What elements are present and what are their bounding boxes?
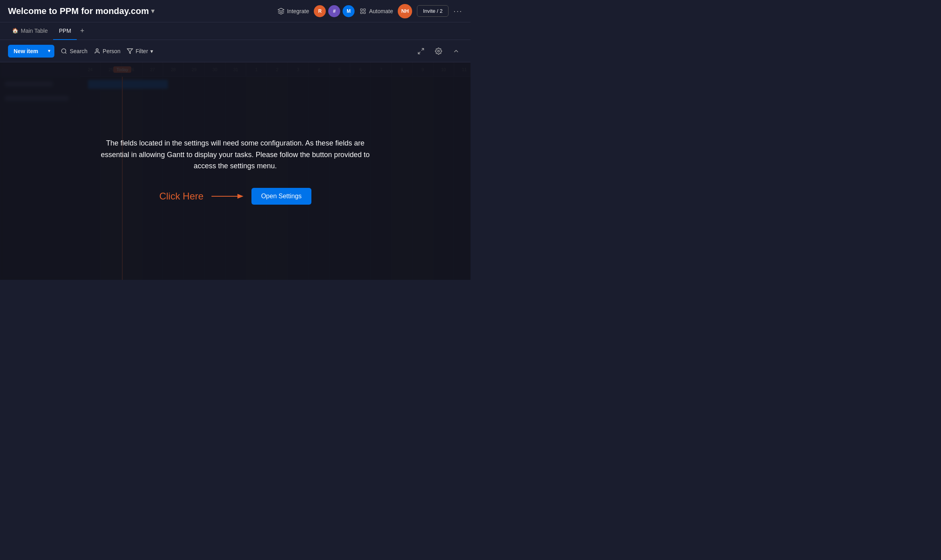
collapse-icon [453,48,460,55]
invite-label: Invite / 2 [423,8,443,14]
config-overlay: The fields located in the settings will … [0,62,471,280]
settings-button[interactable] [432,45,445,58]
expand-icon [417,48,425,55]
main-content: 24 25 26 27 28 29 30 31 1 2 3 4 5 6 7 8 … [0,62,471,280]
config-message: The fields located in the settings will … [96,138,375,172]
click-here-arrow-icon [211,191,243,201]
click-here-row: Click Here Open Settings [159,188,311,205]
title-chevron-icon[interactable]: ▾ [151,7,154,15]
svg-rect-1 [364,9,366,11]
avatar: NH [398,4,412,18]
tab-main-table-label: Main Table [21,28,48,34]
integrate-icon [277,8,285,15]
filter-caret-icon: ▾ [150,48,153,54]
home-icon: 🏠 [12,28,18,34]
filter-icon [127,48,133,54]
search-button[interactable]: Search [61,48,87,54]
app-icon-r: R [314,5,326,17]
automate-label: Automate [369,8,393,14]
person-icon [94,48,100,54]
more-icon: ··· [453,6,463,15]
svg-marker-11 [237,194,243,199]
toolbar: New item ▾ Search Person Filter ▾ [0,40,471,62]
app-icon-s: # [328,5,340,17]
new-item-caret-icon[interactable]: ▾ [44,45,54,57]
search-label: Search [70,48,87,54]
integrate-button[interactable]: Integrate [277,8,309,15]
app-title: Welcome to PPM for monday.com ▾ [8,6,154,16]
header-left: Welcome to PPM for monday.com ▾ [8,6,154,16]
toolbar-right [415,45,463,58]
add-tab-button[interactable]: + [77,26,88,37]
svg-rect-0 [361,9,363,11]
more-menu-button[interactable]: ··· [453,6,463,16]
click-here-text: Click Here [159,191,203,202]
automate-button[interactable]: Automate [359,8,393,15]
app-icons-group: R # M [314,5,355,17]
search-icon [61,48,67,54]
settings-icon [435,48,442,55]
app-title-text: Welcome to PPM for monday.com [8,6,149,16]
app-header: Welcome to PPM for monday.com ▾ Integrat… [0,0,471,22]
svg-rect-2 [361,12,363,14]
automate-icon [359,8,367,15]
app-icon-m: M [343,5,355,17]
svg-point-4 [62,49,66,53]
open-settings-label: Open Settings [261,193,301,199]
filter-label: Filter [136,48,148,54]
person-button[interactable]: Person [94,48,120,54]
tabs-bar: 🏠 Main Table PPM + [0,22,471,40]
svg-line-8 [418,52,420,54]
new-item-label: New item [8,45,44,58]
person-label: Person [103,48,120,54]
expand-button[interactable] [415,45,427,58]
tab-ppm[interactable]: PPM [53,22,76,40]
svg-point-9 [438,50,440,52]
toolbar-left: New item ▾ Search Person Filter ▾ [8,45,153,58]
svg-point-5 [96,49,98,51]
integrate-label: Integrate [287,8,309,14]
collapse-button[interactable] [450,45,463,58]
tab-main-table[interactable]: 🏠 Main Table [6,22,53,40]
filter-button[interactable]: Filter ▾ [127,48,153,54]
svg-rect-3 [364,12,366,14]
svg-marker-6 [128,49,133,54]
open-settings-button[interactable]: Open Settings [251,188,311,205]
avatar-initials: NH [401,8,409,14]
new-item-button[interactable]: New item ▾ [8,45,54,58]
header-right: Integrate R # M Automate NH Invite / 2 ·… [277,4,463,18]
tab-ppm-label: PPM [59,28,71,34]
invite-button[interactable]: Invite / 2 [417,5,449,17]
svg-line-7 [422,48,424,50]
